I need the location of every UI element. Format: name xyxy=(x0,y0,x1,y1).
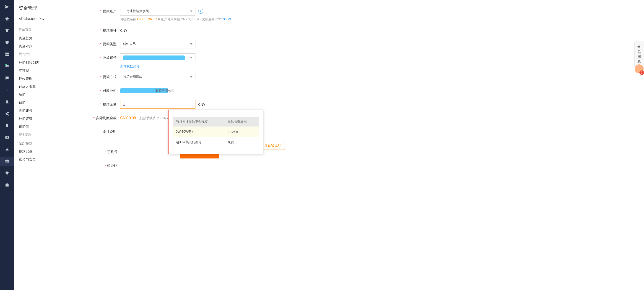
nav-globe-icon[interactable] xyxy=(4,135,10,140)
currency-label: 提款币种: xyxy=(103,28,118,32)
actual-label: 实际到账金额: xyxy=(96,116,118,120)
actual-amount: CNY 0.99 xyxy=(120,116,136,120)
sidebar-brand[interactable]: Alibaba.com Pay xyxy=(19,17,56,21)
nav-share-icon[interactable] xyxy=(4,111,10,116)
nav-apps-icon[interactable] xyxy=(4,52,10,57)
sidebar-group-funds: 资金管理 xyxy=(19,27,56,32)
main-form: *提款账户: 一达通待结算余额 i 可提款余额 CNY 3,702.67 = 账… xyxy=(61,0,644,290)
sidebar-item-settle[interactable]: 结汇 xyxy=(19,91,56,99)
icon-rail xyxy=(0,0,14,290)
sidebar-item-forex-view[interactable]: 汇可视 xyxy=(19,67,56,75)
sidebar-item-account-security[interactable]: 账号与安全 xyxy=(19,156,56,164)
nav-shield-icon[interactable] xyxy=(4,40,10,45)
type-value: 转给自己 xyxy=(123,42,136,46)
sidebar-item-withdraw-log[interactable]: 提款记录 xyxy=(19,148,56,156)
sidebar-item-lock-rate[interactable]: 锁汇保 xyxy=(19,123,56,131)
type-select[interactable]: 转给自己 xyxy=(120,40,196,48)
account-label: 提款账户: xyxy=(103,9,118,13)
amount-unit: CNY xyxy=(198,102,206,106)
sidebar: 资金管理 Alibaba.com Pay 资金管理 资金总览 资金对账 我的外汇… xyxy=(14,0,61,290)
amount-label: 提款金额: xyxy=(103,102,118,106)
sidebar-item-forex-rating[interactable]: 外汇评级 xyxy=(19,115,56,123)
add-recv-link[interactable]: 新增收款账号 xyxy=(120,64,635,69)
info-icon[interactable]: i xyxy=(198,9,203,14)
faq-label: 常见问题 xyxy=(635,45,644,64)
chevron-down-icon xyxy=(190,11,192,12)
debt-amount[interactable]: 96.73 xyxy=(223,17,231,21)
sidebar-item-collection[interactable]: 托收管理 xyxy=(19,75,56,83)
faq-panel[interactable]: 常见问题 xyxy=(634,41,644,68)
remark-label: 备注说明: xyxy=(103,130,118,133)
nav-chat-icon[interactable] xyxy=(4,75,10,81)
nav-home-icon[interactable] xyxy=(4,16,10,22)
sidebar-item-recv-account[interactable]: 收汇账号 xyxy=(19,107,56,115)
fee-col-rate: 提款收费标准 xyxy=(224,117,259,126)
sidebar-item-forex-list[interactable]: 外汇到账列表 xyxy=(19,59,56,67)
currency-value: CNY xyxy=(120,29,128,32)
sidebar-title: 资金管理 xyxy=(19,5,56,11)
method-label: 提款方式: xyxy=(103,75,118,79)
nav-bank-icon[interactable] xyxy=(0,157,14,166)
chevron-down-icon xyxy=(190,76,192,78)
amount-input[interactable] xyxy=(120,100,196,109)
balance-info: 可提款余额 CNY 3,702.67 = 账户可用余额 CNY 3,799.4 … xyxy=(120,17,635,22)
withdrawable-amount: CNY 3,702.67 xyxy=(137,17,157,21)
verify-label: 验证码 xyxy=(107,164,118,167)
chevron-down-icon xyxy=(190,57,192,58)
account-value: 一达通待结算余额 xyxy=(123,9,149,13)
fee-row: 超30W美元的部分 免费 xyxy=(173,137,259,148)
method-value: 按总金额提款 xyxy=(123,75,142,79)
nav-video-icon[interactable] xyxy=(4,63,10,69)
fee-row: 0W-30W美元 0.125% xyxy=(173,126,259,137)
phone-label: 手机号 xyxy=(107,150,118,154)
help-icon[interactable]: ? xyxy=(157,117,160,120)
sidebar-item-refund[interactable]: 退汇 xyxy=(19,99,56,107)
company-value: 服务有限公司 xyxy=(120,88,188,93)
sidebar-item-reconcile[interactable]: 资金对账 xyxy=(19,42,56,50)
chevron-down-icon xyxy=(190,43,192,45)
sidebar-item-payer-record[interactable]: 付款人备案 xyxy=(19,83,56,91)
fee-col-scale: 当月累计提款资金规模 xyxy=(173,117,224,126)
sidebar-item-overview[interactable]: 资金总览 xyxy=(19,34,56,42)
sidebar-item-start-withdraw[interactable]: 发起提款 xyxy=(19,139,56,148)
sidebar-group-withdraw: 资金提款 xyxy=(19,133,56,137)
sidebar-group-forex: 我的外汇 xyxy=(19,52,56,56)
nav-ship-icon[interactable] xyxy=(4,147,10,152)
recv-select[interactable] xyxy=(120,53,196,62)
fee-tooltip: 当月累计提款资金规模 提款收费标准 0W-30W美元 0.125% 超30W美元… xyxy=(168,110,264,154)
nav-briefcase-icon[interactable] xyxy=(4,182,10,188)
nav-chart-icon[interactable] xyxy=(4,87,10,93)
method-select[interactable]: 按总金额提款 xyxy=(120,73,196,81)
notification-badge[interactable]: 2 xyxy=(640,70,644,75)
type-label: 提款类型: xyxy=(103,42,118,46)
nav-clipboard-icon[interactable] xyxy=(4,123,10,128)
company-label: 付款公司: xyxy=(103,89,118,92)
nav-send-icon[interactable] xyxy=(4,4,10,10)
recv-value-redacted xyxy=(123,56,185,60)
nav-users-icon[interactable] xyxy=(4,99,10,105)
voice-code-button[interactable]: 语音验证码 xyxy=(261,141,285,150)
account-select[interactable]: 一达通待结算余额 xyxy=(120,7,196,16)
recv-label: 收款账号: xyxy=(103,56,118,60)
nav-store-icon[interactable] xyxy=(4,28,10,33)
nav-heart-icon[interactable] xyxy=(4,170,10,176)
